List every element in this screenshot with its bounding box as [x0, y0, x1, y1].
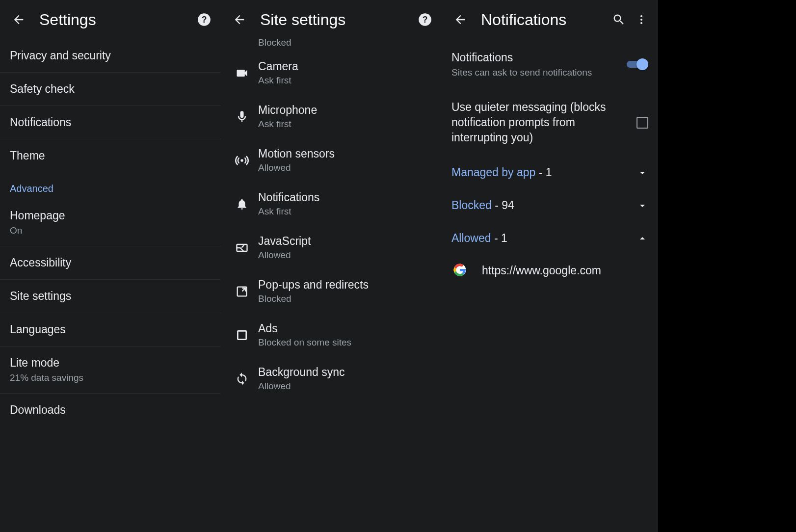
site-setting-microphone[interactable]: MicrophoneAsk first: [221, 95, 442, 138]
advanced-section-header: Advanced: [0, 172, 221, 199]
label: Site settings: [10, 290, 211, 303]
sublabel: Allowed: [258, 250, 432, 261]
sublabel: On: [10, 225, 211, 236]
site-setting-background-sync[interactable]: Background syncAllowed: [221, 357, 442, 400]
category-blocked[interactable]: Blocked - 94: [442, 189, 658, 222]
site-setting-popups[interactable]: Pop-ups and redirectsBlocked: [221, 269, 442, 313]
settings-item-lite-mode[interactable]: Lite mode 21% data savings: [0, 346, 221, 394]
category-label: Managed by app: [451, 166, 535, 179]
site-setting-camera[interactable]: CameraAsk first: [221, 51, 442, 95]
settings-title: Settings: [39, 11, 191, 29]
settings-item-site-settings[interactable]: Site settings: [0, 280, 221, 313]
category-count: - 1: [535, 166, 552, 179]
svg-text:?: ?: [423, 15, 428, 25]
chevron-down-icon: [637, 200, 648, 212]
back-arrow-icon: [453, 13, 467, 27]
site-settings-panel: Site settings ? Blocked CameraAsk first …: [221, 0, 442, 532]
notifications-panel: Notifications Notifications Sites can as…: [442, 0, 658, 532]
svg-rect-7: [238, 331, 246, 339]
label: Pop-ups and redirects: [258, 278, 432, 292]
back-button[interactable]: [449, 8, 472, 31]
back-button[interactable]: [7, 8, 30, 31]
chevron-up-icon: [637, 233, 648, 244]
site-setting-ads[interactable]: AdsBlocked on some sites: [221, 313, 442, 357]
label: Homepage: [10, 209, 211, 222]
back-button[interactable]: [228, 8, 251, 31]
camera-icon: [229, 66, 255, 80]
sublabel: 21% data savings: [10, 372, 211, 383]
search-button[interactable]: [609, 10, 629, 29]
settings-item-theme[interactable]: Theme: [0, 139, 221, 172]
category-managed-by-app[interactable]: Managed by app - 1: [442, 156, 658, 189]
help-icon: ?: [418, 13, 432, 27]
settings-item-safety-check[interactable]: Safety check: [0, 73, 221, 106]
help-button[interactable]: ?: [194, 10, 214, 29]
google-favicon-icon: [453, 264, 467, 277]
notifications-toggle-row[interactable]: Notifications Sites can ask to send noti…: [442, 39, 658, 89]
site-settings-title: Site settings: [260, 11, 412, 29]
category-label: Allowed: [451, 232, 491, 245]
sublabel: Blocked: [258, 293, 432, 304]
settings-item-notifications[interactable]: Notifications: [0, 106, 221, 139]
label: Downloads: [10, 403, 211, 417]
notifications-title: Notifications: [481, 11, 606, 29]
sublabel: Ask first: [258, 75, 432, 86]
svg-point-8: [640, 15, 642, 17]
svg-text:?: ?: [202, 15, 207, 25]
label: Notifications: [10, 116, 211, 129]
notifications-header: Notifications: [442, 0, 658, 39]
quieter-messaging-row[interactable]: Use quieter messaging (blocks notificati…: [442, 89, 658, 156]
settings-item-homepage[interactable]: Homepage On: [0, 199, 221, 246]
sublabel: Blocked on some sites: [258, 337, 432, 348]
help-button[interactable]: ?: [415, 10, 435, 29]
ads-icon: [229, 329, 255, 342]
site-url: https://www.google.com: [482, 264, 601, 277]
settings-item-privacy[interactable]: Privacy and security: [0, 39, 221, 73]
truncated-row-sub: Blocked: [221, 37, 442, 48]
category-allowed[interactable]: Allowed - 1: [442, 222, 658, 255]
javascript-icon: [229, 241, 255, 255]
label: Accessibility: [10, 256, 211, 269]
quieter-checkbox[interactable]: [637, 117, 648, 129]
help-icon: ?: [197, 13, 211, 27]
more-vert-icon: [636, 14, 647, 26]
settings-header: Settings ?: [0, 0, 221, 39]
label: Privacy and security: [10, 49, 211, 62]
sync-icon: [229, 372, 255, 386]
popup-icon: [229, 285, 255, 298]
chevron-down-icon: [637, 167, 648, 179]
label: Microphone: [258, 104, 432, 117]
settings-item-downloads[interactable]: Downloads: [0, 394, 221, 426]
site-settings-header: Site settings ?: [221, 0, 442, 39]
settings-panel: Settings ? Privacy and security Safety c…: [0, 0, 221, 532]
sublabel: Sites can ask to send notifications: [451, 67, 619, 78]
sublabel: Allowed: [258, 162, 432, 173]
notifications-toggle[interactable]: [627, 58, 648, 70]
settings-list: Privacy and security Safety check Notifi…: [0, 39, 221, 426]
label: Use quieter messaging (blocks notificati…: [451, 100, 629, 145]
allowed-site-row[interactable]: https://www.google.com: [442, 255, 658, 286]
svg-point-10: [640, 22, 642, 24]
sublabel: Ask first: [258, 119, 432, 130]
settings-item-accessibility[interactable]: Accessibility: [0, 246, 221, 280]
label: Notifications: [451, 50, 619, 65]
more-button[interactable]: [632, 10, 651, 29]
back-arrow-icon: [12, 13, 26, 27]
site-setting-notifications[interactable]: NotificationsAsk first: [221, 182, 442, 226]
label: Camera: [258, 60, 432, 73]
label: Theme: [10, 149, 211, 162]
settings-item-languages[interactable]: Languages: [0, 313, 221, 346]
motion-sensors-icon: [229, 153, 255, 168]
sublabel: Ask first: [258, 206, 432, 217]
back-arrow-icon: [233, 13, 246, 27]
label: Ads: [258, 322, 432, 335]
label: Languages: [10, 323, 211, 336]
svg-point-9: [640, 19, 642, 21]
category-label: Blocked: [451, 199, 492, 212]
microphone-icon: [229, 110, 255, 124]
site-setting-motion-sensors[interactable]: Motion sensorsAllowed: [221, 138, 442, 182]
bell-icon: [229, 198, 255, 211]
svg-point-4: [240, 159, 243, 162]
label: Lite mode: [10, 356, 211, 370]
site-setting-javascript[interactable]: JavaScriptAllowed: [221, 226, 442, 269]
